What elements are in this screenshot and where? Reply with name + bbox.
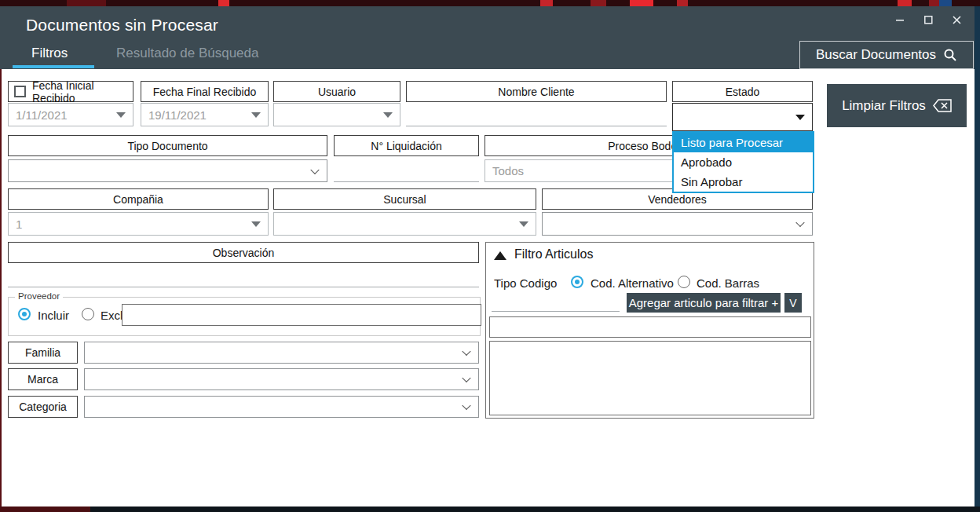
minimize-button[interactable]	[891, 11, 909, 28]
nombre-cliente-label-box: Nombre Cliente	[406, 81, 667, 102]
filtro-articulos-title: Filtro Articulos	[514, 247, 593, 261]
proveedor-incluir-radio[interactable]	[18, 308, 31, 320]
estado-option-sin-aprobar[interactable]: Sin Aprobar	[674, 172, 813, 192]
proveedor-incluir-label: Incluir	[38, 309, 69, 322]
usuario-label-box: Usuario	[273, 81, 400, 102]
dropdown-arrow-icon	[383, 112, 393, 118]
tipo-documento-label-box: Tipo Documento	[8, 135, 327, 156]
dropdown-arrow-icon	[795, 115, 805, 120]
observacion-label: Observación	[213, 247, 275, 259]
maximize-button[interactable]	[920, 11, 937, 28]
window-bottom-edge	[0, 507, 980, 512]
estado-label-box: Estado	[672, 81, 813, 102]
close-button[interactable]	[948, 11, 965, 28]
sucursal-label: Sucursal	[383, 193, 426, 206]
vendedores-select[interactable]	[542, 212, 813, 236]
dropdown-arrow-icon	[519, 221, 528, 227]
app-window: Documentos sin Procesar Filtros Resultad…	[0, 0, 980, 512]
categoria-select[interactable]	[84, 396, 479, 418]
articulo-codigo-input[interactable]	[489, 316, 811, 338]
clear-filter-icon	[933, 99, 952, 112]
fecha-final-datepicker[interactable]: 19/11/2021	[141, 103, 269, 126]
observacion-label-box: Observación	[8, 242, 479, 263]
cod-barras-label: Cod. Barras	[697, 276, 759, 290]
nombre-cliente-label: Nombre Cliente	[498, 86, 574, 98]
tipo-documento-select[interactable]	[8, 159, 327, 182]
articulo-search-input[interactable]	[492, 290, 620, 312]
sucursal-label-box: Sucursal	[273, 188, 536, 210]
num-liquidacion-input[interactable]	[334, 159, 479, 182]
observacion-input[interactable]	[8, 265, 479, 287]
categoria-label-box: Categoria	[8, 396, 78, 418]
proveedor-legend: Proveedor	[15, 291, 63, 301]
num-liquidacion-label: N° Liquidación	[371, 140, 441, 152]
buscar-documentos-button[interactable]: Buscar Documentos	[799, 41, 974, 69]
categoria-label: Categoria	[19, 400, 67, 413]
filtro-articulos-panel: Filtro Articulos Tipo Codigo Cod. Altern…	[485, 242, 814, 419]
estado-option-listo-para-procesar[interactable]: Listo para Procesar	[674, 133, 813, 152]
proveedor-excluir-radio[interactable]	[82, 308, 94, 320]
proceso-bodega-value: Todos	[492, 164, 524, 177]
chevron-down-icon	[795, 218, 804, 227]
maximize-icon	[924, 16, 933, 24]
compania-label: Compañia	[113, 193, 163, 206]
fecha-inicial-checkbox[interactable]	[14, 86, 26, 97]
fecha-inicial-label: Fecha Inicial Recibido	[32, 79, 133, 104]
usuario-label: Usuario	[318, 86, 356, 98]
fecha-inicial-label-box: Fecha Inicial Recibido	[8, 81, 133, 102]
tab-resultado-busqueda[interactable]: Resultado de Búsqueda	[116, 46, 258, 61]
familia-label: Familia	[25, 346, 60, 359]
agregar-articulo-label: Agregar articulo para filtrar +	[629, 296, 779, 309]
marca-label: Marca	[27, 373, 58, 386]
title-bar: Documentos sin Procesar Filtros Resultad…	[0, 6, 975, 69]
agregar-articulo-button[interactable]: Agregar articulo para filtrar +	[627, 293, 781, 313]
vendedores-label: Vendedores	[648, 193, 707, 206]
chevron-down-icon	[310, 165, 319, 174]
cod-alternativo-radio[interactable]	[571, 276, 583, 288]
compania-combobox[interactable]: 1	[8, 212, 269, 236]
search-icon	[943, 48, 957, 62]
tab-filtros[interactable]: Filtros	[31, 46, 68, 61]
v-button-label: V	[789, 297, 796, 309]
articulos-listbox[interactable]	[489, 341, 811, 415]
num-liquidacion-label-box: N° Liquidación	[334, 135, 479, 156]
familia-select[interactable]	[84, 342, 479, 364]
window-left-edge	[0, 69, 2, 507]
fecha-final-label: Fecha Final Recibido	[153, 86, 257, 98]
cod-barras-radio[interactable]	[678, 276, 690, 288]
window-controls	[891, 11, 965, 28]
dropdown-arrow-icon	[251, 112, 261, 118]
compania-value: 1	[16, 218, 22, 231]
proveedor-groupbox: Proveedor Incluir Excluir	[8, 297, 481, 336]
estado-combobox[interactable]	[672, 103, 813, 131]
dropdown-arrow-icon	[116, 112, 126, 118]
v-button[interactable]: V	[784, 293, 802, 313]
dropdown-arrow-icon	[251, 221, 261, 227]
estado-option-aprobado[interactable]: Aprobado	[674, 152, 813, 172]
marca-select[interactable]	[84, 368, 479, 390]
active-tab-indicator	[13, 65, 94, 68]
chevron-down-icon	[462, 401, 470, 410]
marca-label-box: Marca	[8, 368, 78, 390]
chevron-down-icon	[462, 374, 470, 382]
proveedor-input[interactable]	[122, 304, 481, 326]
estado-dropdown-list: Listo para Procesar Aprobado Sin Aprobar	[672, 131, 814, 193]
desktop-background	[0, 0, 980, 6]
nombre-cliente-input[interactable]	[406, 103, 667, 126]
familia-label-box: Familia	[8, 342, 78, 364]
tipo-documento-label: Tipo Documento	[127, 140, 207, 152]
fecha-inicial-datepicker[interactable]: 1/11/2021	[8, 103, 133, 126]
window-title: Documentos sin Procesar	[26, 16, 218, 35]
minimize-icon	[896, 16, 905, 24]
limpiar-filtros-button[interactable]: Limpiar Filtros	[827, 84, 967, 127]
limpiar-filtros-label: Limpiar Filtros	[842, 98, 926, 114]
compania-label-box: Compañia	[8, 188, 269, 210]
collapse-triangle-icon[interactable]	[494, 251, 506, 260]
fecha-inicial-value: 1/11/2021	[16, 108, 68, 122]
usuario-combobox[interactable]	[273, 103, 400, 126]
cod-alternativo-label: Cod. Alternativo	[591, 276, 674, 290]
tipo-codigo-label: Tipo Codigo	[494, 276, 557, 290]
sucursal-combobox[interactable]	[273, 212, 536, 236]
estado-label: Estado	[726, 86, 760, 98]
close-icon	[953, 16, 961, 24]
